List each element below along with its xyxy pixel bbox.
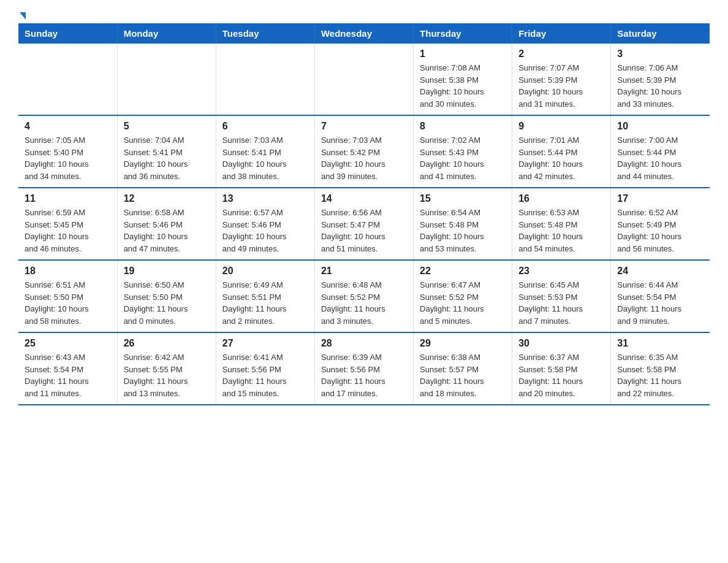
day-info: Sunrise: 6:38 AMSunset: 5:57 PMDaylight:… (420, 351, 506, 399)
calendar-table: SundayMondayTuesdayWednesdayThursdayFrid… (18, 23, 710, 405)
calendar-cell (117, 44, 216, 115)
weekday-header-monday: Monday (117, 23, 216, 44)
calendar-cell: 25Sunrise: 6:43 AMSunset: 5:54 PMDayligh… (18, 332, 117, 405)
calendar-cell: 31Sunrise: 6:35 AMSunset: 5:58 PMDayligh… (611, 332, 710, 405)
calendar-cell: 13Sunrise: 6:57 AMSunset: 5:46 PMDayligh… (216, 188, 314, 260)
day-number: 13 (222, 193, 308, 204)
calendar-cell: 29Sunrise: 6:38 AMSunset: 5:57 PMDayligh… (414, 332, 512, 405)
calendar-cell: 6Sunrise: 7:03 AMSunset: 5:41 PMDaylight… (216, 115, 314, 188)
day-info: Sunrise: 7:00 AMSunset: 5:44 PMDaylight:… (617, 134, 703, 182)
day-number: 28 (321, 338, 407, 349)
day-info: Sunrise: 6:42 AMSunset: 5:55 PMDaylight:… (124, 351, 210, 399)
day-info: Sunrise: 7:04 AMSunset: 5:41 PMDaylight:… (124, 134, 210, 182)
calendar-cell: 11Sunrise: 6:59 AMSunset: 5:45 PMDayligh… (18, 188, 117, 260)
weekday-header-sunday: Sunday (18, 23, 117, 44)
day-number: 24 (617, 266, 703, 277)
day-number: 25 (25, 338, 111, 349)
calendar-cell: 15Sunrise: 6:54 AMSunset: 5:48 PMDayligh… (414, 188, 512, 260)
day-number: 14 (321, 193, 407, 204)
calendar-cell: 7Sunrise: 7:03 AMSunset: 5:42 PMDaylight… (314, 115, 413, 188)
day-info: Sunrise: 6:50 AMSunset: 5:50 PMDaylight:… (124, 279, 210, 327)
day-info: Sunrise: 6:35 AMSunset: 5:58 PMDaylight:… (617, 351, 703, 399)
calendar-cell: 17Sunrise: 6:52 AMSunset: 5:49 PMDayligh… (611, 188, 710, 260)
weekday-header-wednesday: Wednesday (314, 23, 413, 44)
day-number: 30 (518, 338, 604, 349)
calendar-cell: 23Sunrise: 6:45 AMSunset: 5:53 PMDayligh… (512, 260, 611, 332)
day-info: Sunrise: 6:51 AMSunset: 5:50 PMDaylight:… (25, 279, 111, 327)
calendar-body: 1Sunrise: 7:08 AMSunset: 5:38 PMDaylight… (18, 44, 710, 405)
day-info: Sunrise: 6:58 AMSunset: 5:46 PMDaylight:… (124, 207, 210, 255)
day-info: Sunrise: 7:06 AMSunset: 5:39 PMDaylight:… (617, 62, 703, 110)
week-row-5: 25Sunrise: 6:43 AMSunset: 5:54 PMDayligh… (18, 332, 710, 405)
day-info: Sunrise: 7:03 AMSunset: 5:41 PMDaylight:… (222, 134, 308, 182)
day-number: 21 (321, 266, 407, 277)
day-number: 27 (222, 338, 308, 349)
weekday-row: SundayMondayTuesdayWednesdayThursdayFrid… (18, 23, 710, 44)
calendar-cell: 20Sunrise: 6:49 AMSunset: 5:51 PMDayligh… (216, 260, 314, 332)
weekday-header-tuesday: Tuesday (216, 23, 314, 44)
day-info: Sunrise: 6:49 AMSunset: 5:51 PMDaylight:… (222, 279, 308, 327)
calendar-cell: 16Sunrise: 6:53 AMSunset: 5:48 PMDayligh… (512, 188, 611, 260)
day-number: 11 (25, 193, 111, 204)
day-info: Sunrise: 6:57 AMSunset: 5:46 PMDaylight:… (222, 207, 308, 255)
calendar-cell: 22Sunrise: 6:47 AMSunset: 5:52 PMDayligh… (414, 260, 512, 332)
calendar-cell: 18Sunrise: 6:51 AMSunset: 5:50 PMDayligh… (18, 260, 117, 332)
calendar-cell: 12Sunrise: 6:58 AMSunset: 5:46 PMDayligh… (117, 188, 216, 260)
logo-arrow-icon (20, 12, 26, 20)
day-number: 18 (25, 266, 111, 277)
day-info: Sunrise: 6:41 AMSunset: 5:56 PMDaylight:… (222, 351, 308, 399)
day-info: Sunrise: 7:05 AMSunset: 5:40 PMDaylight:… (25, 134, 111, 182)
day-info: Sunrise: 6:47 AMSunset: 5:52 PMDaylight:… (420, 279, 506, 327)
day-info: Sunrise: 7:08 AMSunset: 5:38 PMDaylight:… (420, 62, 506, 110)
day-info: Sunrise: 6:54 AMSunset: 5:48 PMDaylight:… (420, 207, 506, 255)
calendar-cell: 4Sunrise: 7:05 AMSunset: 5:40 PMDaylight… (18, 115, 117, 188)
day-info: Sunrise: 6:44 AMSunset: 5:54 PMDaylight:… (617, 279, 703, 327)
weekday-header-saturday: Saturday (611, 23, 710, 44)
day-info: Sunrise: 6:53 AMSunset: 5:48 PMDaylight:… (518, 207, 604, 255)
calendar-cell: 5Sunrise: 7:04 AMSunset: 5:41 PMDaylight… (117, 115, 216, 188)
day-number: 7 (321, 121, 407, 132)
day-number: 16 (518, 193, 604, 204)
day-number: 2 (518, 48, 604, 59)
day-number: 9 (518, 121, 604, 132)
day-info: Sunrise: 6:56 AMSunset: 5:47 PMDaylight:… (321, 207, 407, 255)
day-number: 22 (420, 266, 506, 277)
week-row-3: 11Sunrise: 6:59 AMSunset: 5:45 PMDayligh… (18, 188, 710, 260)
calendar-cell: 3Sunrise: 7:06 AMSunset: 5:39 PMDaylight… (611, 44, 710, 115)
calendar-cell: 1Sunrise: 7:08 AMSunset: 5:38 PMDaylight… (414, 44, 512, 115)
day-number: 17 (617, 193, 703, 204)
calendar-cell (216, 44, 314, 115)
calendar-cell: 24Sunrise: 6:44 AMSunset: 5:54 PMDayligh… (611, 260, 710, 332)
day-info: Sunrise: 6:45 AMSunset: 5:53 PMDaylight:… (518, 279, 604, 327)
calendar-cell: 30Sunrise: 6:37 AMSunset: 5:58 PMDayligh… (512, 332, 611, 405)
calendar-cell: 28Sunrise: 6:39 AMSunset: 5:56 PMDayligh… (314, 332, 413, 405)
calendar-cell: 8Sunrise: 7:02 AMSunset: 5:43 PMDaylight… (414, 115, 512, 188)
calendar-cell: 19Sunrise: 6:50 AMSunset: 5:50 PMDayligh… (117, 260, 216, 332)
calendar-cell: 21Sunrise: 6:48 AMSunset: 5:52 PMDayligh… (314, 260, 413, 332)
day-number: 4 (25, 121, 111, 132)
calendar-cell (18, 44, 117, 115)
day-number: 3 (617, 48, 703, 59)
day-number: 26 (124, 338, 210, 349)
calendar-cell: 2Sunrise: 7:07 AMSunset: 5:39 PMDaylight… (512, 44, 611, 115)
day-info: Sunrise: 6:52 AMSunset: 5:49 PMDaylight:… (617, 207, 703, 255)
day-info: Sunrise: 6:43 AMSunset: 5:54 PMDaylight:… (25, 351, 111, 399)
day-number: 20 (222, 266, 308, 277)
day-number: 23 (518, 266, 604, 277)
week-row-2: 4Sunrise: 7:05 AMSunset: 5:40 PMDaylight… (18, 115, 710, 188)
page-header (18, 12, 710, 17)
day-number: 5 (124, 121, 210, 132)
day-info: Sunrise: 6:39 AMSunset: 5:56 PMDaylight:… (321, 351, 407, 399)
day-info: Sunrise: 6:37 AMSunset: 5:58 PMDaylight:… (518, 351, 604, 399)
day-number: 12 (124, 193, 210, 204)
calendar-cell: 10Sunrise: 7:00 AMSunset: 5:44 PMDayligh… (611, 115, 710, 188)
day-number: 19 (124, 266, 210, 277)
day-number: 6 (222, 121, 308, 132)
calendar-header: SundayMondayTuesdayWednesdayThursdayFrid… (18, 23, 710, 44)
day-number: 8 (420, 121, 506, 132)
calendar-cell: 27Sunrise: 6:41 AMSunset: 5:56 PMDayligh… (216, 332, 314, 405)
calendar-cell (314, 44, 413, 115)
day-number: 29 (420, 338, 506, 349)
week-row-4: 18Sunrise: 6:51 AMSunset: 5:50 PMDayligh… (18, 260, 710, 332)
logo (18, 12, 26, 17)
